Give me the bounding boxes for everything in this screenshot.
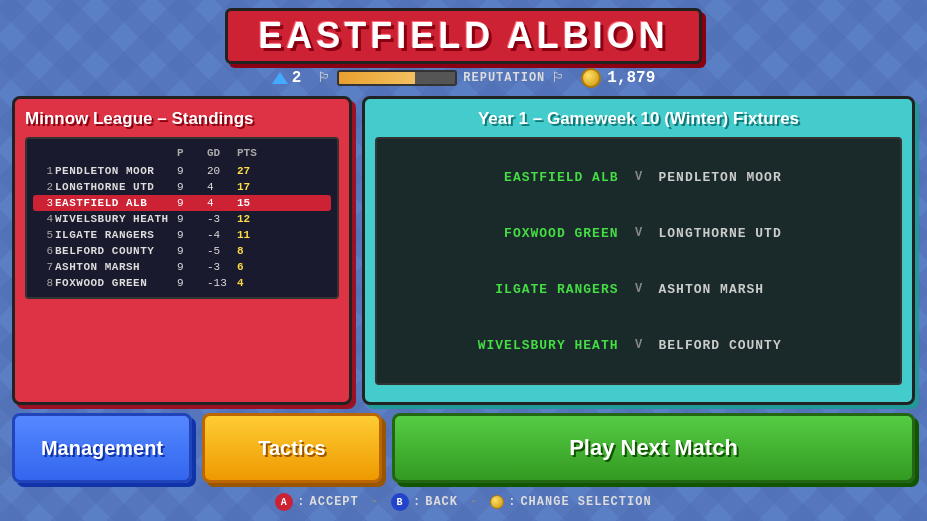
b-button-icon: B: [391, 493, 409, 511]
content-row: Minnow League – Standings P GD PTS 1 PEN…: [12, 96, 915, 405]
reputation-label: REPUTATION: [463, 71, 545, 85]
table-row: 2 LONGTHORNE UTD 9 4 17: [33, 179, 331, 195]
separator1: -: [371, 495, 379, 509]
table-row: 7 ASHTON MARSH 9 -3 6: [33, 259, 331, 275]
a-button-icon: A: [275, 493, 293, 511]
standings-table: P GD PTS 1 PENDLETON MOOR 9 20 27 2 LONG…: [25, 137, 339, 299]
fixture-away: BELFORD COUNTY: [659, 338, 885, 353]
accept-text: ACCEPT: [310, 495, 359, 509]
fixture-home: WIVELSBURY HEATH: [393, 338, 619, 353]
title-bar: EASTFIELD ALBION: [225, 8, 702, 64]
standings-title: Minnow League – Standings: [25, 109, 339, 129]
accept-button-hint: A : ACCEPT: [275, 493, 358, 511]
coin-value: 1,879: [607, 69, 655, 87]
standings-panel: Minnow League – Standings P GD PTS 1 PEN…: [12, 96, 352, 405]
reputation-container: 🏳 REPUTATION 🏳: [317, 70, 565, 86]
reputation-bar: [337, 70, 457, 86]
change-selection-hint: : CHANGE SELECTION: [490, 495, 651, 509]
fixture-home: EASTFIELD ALB: [393, 170, 619, 185]
fixtures-title: Year 1 – Gameweek 10 (Winter) Fixtures: [375, 109, 902, 129]
fixture-row: WIVELSBURY HEATH V BELFORD COUNTY: [393, 334, 884, 357]
coin-button-icon: [490, 495, 504, 509]
table-row: 1 PENDLETON MOOR 9 20 27: [33, 163, 331, 179]
management-button[interactable]: Management: [12, 413, 192, 483]
header: EASTFIELD ALBION 2 🏳 REPUTATION 🏳 1,879: [12, 8, 915, 88]
coin-icon: [581, 68, 601, 88]
level-value: 2: [292, 69, 302, 87]
fixture-vs: V: [619, 282, 659, 296]
fixture-away: LONGTHORNE UTD: [659, 226, 885, 241]
table-row: 6 BELFORD COUNTY 9 -5 8: [33, 243, 331, 259]
status-bar: A : ACCEPT - B : BACK - : CHANGE SELECTI…: [12, 491, 915, 513]
fixture-vs: V: [619, 338, 659, 352]
fixtures-panel: Year 1 – Gameweek 10 (Winter) Fixtures E…: [362, 96, 915, 405]
flag-icon-right: 🏳: [551, 70, 565, 86]
subtitle-bar: 2 🏳 REPUTATION 🏳 1,879: [272, 68, 656, 88]
fixture-vs: V: [619, 226, 659, 240]
table-row-player: 3 EASTFIELD ALB 9 4 15: [33, 195, 331, 211]
fixture-row: FOXWOOD GREEN V LONGTHORNE UTD: [393, 222, 884, 245]
tactics-button[interactable]: Tactics: [202, 413, 382, 483]
fixture-vs: V: [619, 170, 659, 184]
reputation-bar-fill: [339, 72, 414, 84]
level-up-icon: [272, 72, 288, 84]
level-badge: 2: [272, 69, 302, 87]
standings-header: P GD PTS: [33, 145, 331, 161]
table-row: 5 ILGATE RANGERS 9 -4 11: [33, 227, 331, 243]
fixture-away: ASHTON MARSH: [659, 282, 885, 297]
fixture-home: FOXWOOD GREEN: [393, 226, 619, 241]
coin-display: 1,879: [581, 68, 655, 88]
col-gd: GD: [207, 147, 235, 159]
separator2: -: [470, 495, 478, 509]
back-button-hint: B : BACK: [391, 493, 458, 511]
accept-label: :: [297, 495, 305, 509]
table-row: 8 FOXWOOD GREEN 9 -13 4: [33, 275, 331, 291]
fixture-row: ILGATE RANGERS V ASHTON MARSH: [393, 278, 884, 301]
change-text: CHANGE SELECTION: [520, 495, 651, 509]
play-next-button[interactable]: Play Next Match: [392, 413, 915, 483]
flag-icon: 🏳: [317, 70, 331, 86]
game-title: EASTFIELD ALBION: [258, 15, 669, 56]
col-p: P: [177, 147, 205, 159]
col-pts: PTS: [237, 147, 265, 159]
fixtures-list: EASTFIELD ALB V PENDLETON MOOR FOXWOOD G…: [375, 137, 902, 385]
fixture-row: EASTFIELD ALB V PENDLETON MOOR: [393, 166, 884, 189]
table-row: 4 WIVELSBURY HEATH 9 -3 12: [33, 211, 331, 227]
fixture-home: ILGATE RANGERS: [393, 282, 619, 297]
back-text: BACK: [425, 495, 458, 509]
fixture-away: PENDLETON MOOR: [659, 170, 885, 185]
bottom-buttons: Management Tactics Play Next Match: [12, 413, 915, 483]
